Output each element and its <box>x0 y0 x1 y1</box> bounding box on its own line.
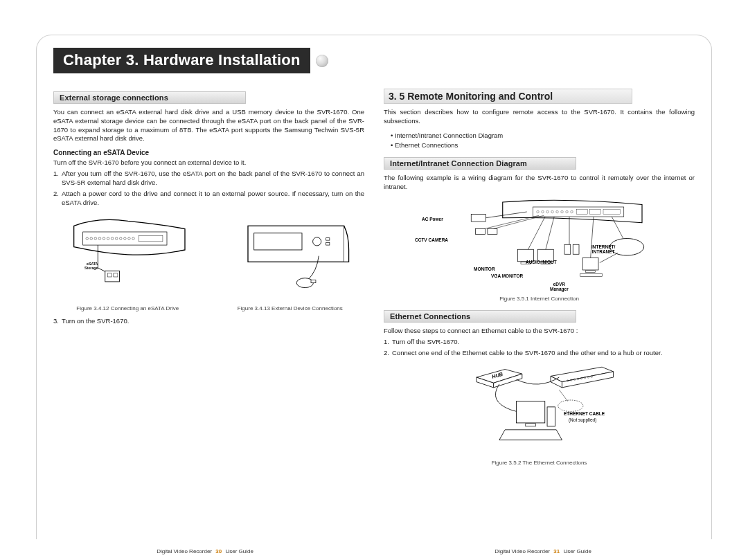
external-device-diagram <box>216 214 365 304</box>
svg-rect-71 <box>526 424 536 426</box>
step-text: Connect one end of the Ethernet cable to… <box>392 349 662 358</box>
svg-point-74 <box>558 400 583 411</box>
external-storage-intro: You can connect an eSATA external hard d… <box>53 108 364 143</box>
left-column: External storage connections You can con… <box>53 89 364 466</box>
ethernet-step-2: 2. Connect one end of the Ethernet cable… <box>384 349 695 358</box>
chapter-title: Chapter 3. Hardware Installation <box>53 48 310 73</box>
svg-rect-70 <box>517 401 545 423</box>
subsection-external-storage: External storage connections <box>53 91 246 104</box>
svg-rect-14 <box>105 271 119 282</box>
step-text: Attach a power cord to the drive and con… <box>62 190 364 208</box>
step-number: 1. <box>53 170 62 188</box>
figure-caption: Figure 3.4.13 External Device Connection… <box>216 305 365 311</box>
figure-3-4-12: eSATA Storage Figure 3.4.12 Connecting a… <box>53 214 202 311</box>
figure-caption: Figure 3.5.1 Internet Connection <box>384 296 695 302</box>
right-column: 3. 5 Remote Monitoring and Control This … <box>384 89 695 466</box>
bullet-diagram: • Internet/Intranet Connection Diagram <box>391 132 695 141</box>
esata-step-2: 2. Attach a power cord to the drive and … <box>53 190 364 208</box>
svg-rect-50 <box>583 258 599 270</box>
svg-rect-51 <box>586 271 596 273</box>
bullet-ethernet: • Ethernet Connections <box>391 141 695 150</box>
svg-line-54 <box>600 253 618 262</box>
page-frame: Chapter 3. Hardware Installation Externa… <box>36 35 712 539</box>
footer-left: Digital Video Recorder 30 User Guide <box>157 548 253 554</box>
svg-rect-46 <box>521 262 531 264</box>
page-footer: Digital Video Recorder 30 User Guide Dig… <box>36 548 712 554</box>
svg-rect-38 <box>472 214 486 222</box>
ethernet-intro: Follow these steps to connect an Etherne… <box>384 327 695 336</box>
svg-rect-25 <box>311 280 316 283</box>
svg-rect-52 <box>580 273 603 276</box>
svg-rect-49 <box>573 244 580 254</box>
step-number: 1. <box>384 338 392 347</box>
svg-rect-44 <box>518 249 534 262</box>
svg-point-53 <box>610 238 644 255</box>
svg-rect-48 <box>564 244 571 254</box>
esata-step-3: 3. Turn on the SVR-1670. <box>53 317 364 326</box>
internet-connection-diagram: AC Power CCTV CAMERA MONITOR VGA MONITOR… <box>384 197 695 294</box>
ethernet-connection-diagram: HUB <box>415 361 664 458</box>
figure-3-4-13: Figure 3.4.13 External Device Connection… <box>216 214 365 311</box>
chapter-orb-icon <box>316 55 328 67</box>
svg-text:eSATA: eSATA <box>87 262 98 266</box>
esata-drive-diagram: eSATA Storage <box>53 214 202 304</box>
esata-step-1: 1. After you turn off the SVR-1670, use … <box>53 170 364 188</box>
subsection-ethernet: Ethernet Connections <box>384 310 576 323</box>
preline-turn-off: Turn off the SVR-1670 before you connect… <box>53 159 364 168</box>
step-text: Turn on the SVR-1670. <box>62 317 129 326</box>
section-remote-monitoring: 3. 5 Remote Monitoring and Control <box>384 89 632 104</box>
step-number: 2. <box>53 190 62 208</box>
heading-connecting-esata: Connecting an eSATA Device <box>53 149 364 156</box>
svg-line-75 <box>559 390 567 401</box>
svg-rect-47 <box>541 262 551 264</box>
svg-rect-40 <box>476 228 486 234</box>
step-text: After you turn off the SVR-1670, use the… <box>62 170 364 188</box>
footer-right: Digital Video Recorder 31 User Guide <box>495 548 591 554</box>
svg-rect-41 <box>488 228 497 234</box>
svg-marker-73 <box>499 430 562 440</box>
figure-row: eSATA Storage Figure 3.4.12 Connecting a… <box>53 214 364 311</box>
chapter-header: Chapter 3. Hardware Installation <box>53 48 695 73</box>
two-column-layout: External storage connections You can con… <box>53 89 695 466</box>
figure-caption: Figure 3.5.2 The Ethernet Connections <box>384 460 695 466</box>
svg-rect-72 <box>547 407 555 426</box>
figure-caption: Figure 3.4.12 Connecting an eSATA Drive <box>53 305 202 311</box>
step-number: 3. <box>53 317 62 326</box>
step-number: 2. <box>384 349 392 358</box>
svg-rect-45 <box>538 249 554 262</box>
svg-text:Storage: Storage <box>84 266 98 270</box>
diagram-intro: The following example is a wiring diagra… <box>384 174 695 192</box>
remote-intro: This section describes how to configure … <box>384 108 695 126</box>
subsection-internet-diagram: Internet/Intranet Connection Diagram <box>384 157 576 170</box>
step-text: Turn off the SVR-1670. <box>392 338 459 347</box>
ethernet-step-1: 1. Turn off the SVR-1670. <box>384 338 695 347</box>
